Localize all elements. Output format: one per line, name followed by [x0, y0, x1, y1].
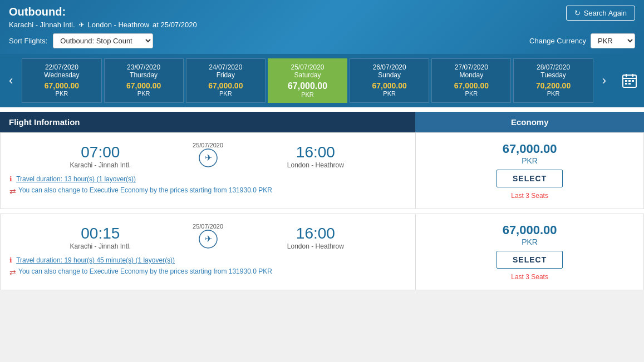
date-cell-1[interactable]: 23/07/2020 Thursday 67,000.00 PKR	[104, 58, 184, 103]
day-name: Sunday	[352, 71, 426, 79]
date-price: 67,000.00	[434, 81, 508, 90]
date-price: 67,000.00	[352, 81, 426, 90]
date-str: 23/07/2020	[107, 63, 181, 71]
date-currency: PKR	[189, 90, 263, 97]
refresh-icon: ↻	[574, 9, 581, 17]
date-currency: PKR	[434, 90, 508, 97]
plane-center-0: 25/07/2020 ✈	[191, 142, 225, 171]
date-str: 24/07/2020	[189, 63, 263, 71]
flight-info-header: Flight Information	[0, 112, 415, 132]
plane-icon: ✈	[78, 21, 85, 29]
price-col-1: 67,000.00 PKR SELECT Last 3 Seats	[415, 214, 643, 290]
flight-date-1: 25/07/2020	[193, 223, 223, 230]
select-button-0[interactable]: SELECT	[496, 170, 563, 187]
travel-info-0: ℹ Travel duration: 13 hour(s) (1 layover…	[9, 175, 406, 183]
svg-text:✈: ✈	[204, 234, 212, 244]
upgrade-text-0: You can also change to Executive Economy…	[18, 186, 272, 194]
flight-times-1: 00:15 Karachi - Jinnah Intl. 25/07/2020 …	[9, 223, 406, 252]
date-cell-5[interactable]: 27/07/2020 Monday 67,000.00 PKR	[431, 58, 511, 103]
depart-airport-1: Karachi - Jinnah Intl.	[9, 242, 191, 250]
date-navigation: ‹ 22/07/2020 Wednesday 67,000.00 PKR 23/…	[0, 54, 644, 107]
arrive-airport-0: London - Heathrow	[225, 161, 407, 169]
flight-info-col-0: 07:00 Karachi - Jinnah Intl. 25/07/2020 …	[1, 133, 415, 209]
info-icon-1: ℹ	[9, 256, 12, 264]
upgrade-text-1: You can also change to Executive Economy…	[18, 267, 272, 275]
travel-info-1: ℹ Travel duration: 19 hour(s) 45 minute(…	[9, 256, 406, 264]
date-price: 67,000.00	[271, 81, 345, 91]
day-name: Wednesday	[24, 71, 99, 79]
sort-row: Sort Flights: Outbound: Stop Count Price…	[9, 33, 524, 48]
flight-row-0: 07:00 Karachi - Jinnah Intl. 25/07/2020 …	[0, 132, 644, 209]
date-str: 25/07/2020	[271, 63, 345, 71]
origin-airport: Karachi - Jinnah Intl.	[9, 21, 75, 29]
currency-select[interactable]: PKR USD GBP EUR	[591, 33, 635, 48]
flight-price-1: 67,000.00 PKR	[503, 223, 557, 246]
economy-header: Economy	[415, 112, 644, 132]
day-name: Thursday	[107, 71, 181, 79]
calendar-icon	[622, 73, 637, 88]
svg-rect-5	[628, 80, 631, 82]
date-price: 67,000.00	[107, 81, 181, 90]
arrive-time-1: 16:00	[225, 225, 407, 242]
flight-times-0: 07:00 Karachi - Jinnah Intl. 25/07/2020 …	[9, 142, 406, 171]
next-date-button[interactable]: ›	[593, 58, 615, 103]
info-icon-0: ℹ	[9, 175, 12, 183]
arrive-time-0: 16:00	[225, 143, 407, 161]
date-str: 27/07/2020	[434, 63, 508, 71]
date-currency: PKR	[24, 90, 99, 97]
day-name: Friday	[189, 71, 263, 79]
header: Outbound: Karachi - Jinnah Intl. ✈ Londo…	[0, 0, 644, 54]
flight-date-0: 25/07/2020	[193, 142, 223, 148]
main-container: Outbound: Karachi - Jinnah Intl. ✈ Londo…	[0, 0, 644, 290]
depart-airport-0: Karachi - Jinnah Intl.	[9, 161, 191, 169]
svg-text:✈: ✈	[204, 153, 212, 162]
search-again-button[interactable]: ↻ Search Again	[566, 6, 635, 21]
date-cell-2[interactable]: 24/07/2020 Friday 67,000.00 PKR	[186, 58, 266, 103]
sort-select[interactable]: Outbound: Stop Count Price Duration	[53, 33, 153, 48]
prev-date-button[interactable]: ‹	[0, 58, 22, 103]
select-button-1[interactable]: SELECT	[496, 251, 563, 269]
date-cell-0[interactable]: 22/07/2020 Wednesday 67,000.00 PKR	[22, 58, 101, 103]
date-cell-6[interactable]: 28/07/2020 Tuesday 70,200.00 PKR	[513, 58, 593, 103]
upgrade-icon-1: ⇄	[9, 268, 16, 277]
currency-row: Change Currency PKR USD GBP EUR	[529, 33, 635, 48]
route-subtitle: Karachi - Jinnah Intl. ✈ London - Heathr…	[9, 21, 524, 29]
route-date: at 25/07/2020	[153, 21, 197, 29]
dest-airport: London - Heathrow	[88, 21, 150, 29]
date-cell-3[interactable]: 25/07/2020 Saturday 67,000.00 PKR	[268, 58, 347, 103]
depart-time-0: 07:00	[9, 143, 191, 161]
calendar-button[interactable]	[615, 58, 644, 103]
travel-duration-0[interactable]: Travel duration: 13 hour(s) (1 layover(s…	[16, 175, 136, 183]
date-currency: PKR	[516, 90, 590, 97]
depart-time-1: 00:15	[9, 225, 191, 242]
flights-list: 07:00 Karachi - Jinnah Intl. 25/07/2020 …	[0, 132, 644, 290]
travel-duration-1[interactable]: Travel duration: 19 hour(s) 45 minute(s)…	[16, 256, 175, 264]
last-seats-1: Last 3 Seats	[511, 273, 548, 281]
arrive-block-0: 16:00 London - Heathrow	[225, 143, 407, 169]
day-name: Saturday	[271, 71, 345, 79]
flight-plane-icon-1: ✈	[199, 230, 218, 252]
last-seats-0: Last 3 Seats	[511, 192, 548, 200]
price-col-0: 67,000.00 PKR SELECT Last 3 Seats	[415, 133, 643, 209]
svg-rect-4	[625, 80, 627, 82]
flight-row-1: 00:15 Karachi - Jinnah Intl. 25/07/2020 …	[0, 214, 644, 290]
table-headers: Flight Information Economy	[0, 112, 644, 132]
depart-block-0: 07:00 Karachi - Jinnah Intl.	[9, 143, 191, 169]
outbound-label: Outbound:	[9, 6, 524, 18]
date-currency: PKR	[107, 90, 181, 97]
currency-label: Change Currency	[529, 37, 586, 45]
svg-rect-8	[628, 83, 631, 85]
upgrade-row-0: ⇄ You can also change to Executive Econo…	[9, 186, 406, 196]
plane-center-1: 25/07/2020 ✈	[191, 223, 225, 252]
svg-rect-6	[632, 80, 634, 82]
arrive-airport-1: London - Heathrow	[225, 242, 407, 250]
date-price: 67,000.00	[24, 81, 99, 90]
date-str: 28/07/2020	[516, 63, 590, 71]
date-currency: PKR	[271, 91, 345, 98]
day-name: Tuesday	[516, 71, 590, 79]
search-again-label: Search Again	[584, 9, 627, 17]
date-currency: PKR	[352, 90, 426, 97]
date-price: 67,000.00	[189, 81, 263, 90]
date-str: 22/07/2020	[24, 63, 99, 71]
date-cell-4[interactable]: 26/07/2020 Sunday 67,000.00 PKR	[350, 58, 429, 103]
